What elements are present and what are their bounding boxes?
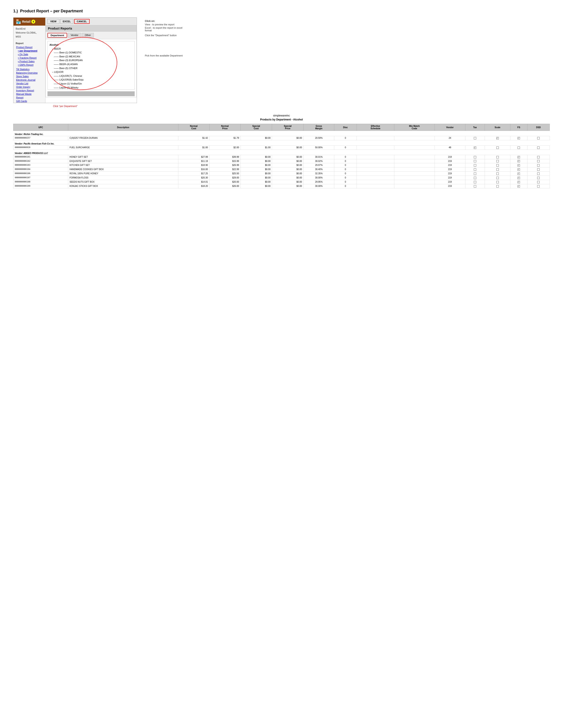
disc-cell: 0 [334, 172, 357, 176]
sidebar-link-manual-waste[interactable]: Manual Waste [13, 92, 45, 96]
dsd-cb[interactable] [537, 168, 540, 171]
sidebar-link-till-statistics[interactable]: Till Statistics [13, 68, 45, 71]
gross-margin-cell: 30.00% [304, 184, 334, 188]
special-price-cell: $0.00 [272, 163, 304, 167]
scale-cb[interactable] [496, 185, 499, 188]
dsd-cb-cell [527, 176, 550, 180]
fs-cb-cell [510, 167, 527, 172]
fs-cb[interactable] [518, 160, 520, 162]
tax-cb[interactable] [474, 168, 476, 171]
fs-cb[interactable] [518, 164, 520, 167]
mix-match-code-cell [394, 184, 435, 188]
dsd-cb[interactable] [537, 160, 540, 162]
scale-cb[interactable] [496, 173, 499, 175]
sidebar-link-gm-report[interactable]: • GM% Report [13, 63, 45, 67]
fs-cb[interactable] [518, 185, 520, 188]
sidebar-link-on-sale[interactable]: • On Sale [13, 53, 45, 56]
dsd-cb[interactable] [537, 177, 540, 179]
sidebar-link-report[interactable]: Report [13, 96, 45, 99]
reports-panel-title: Product Reports [46, 26, 136, 32]
sidebar-link-store-sales[interactable]: Store Sales [13, 75, 45, 78]
sidebar-link-product-sales[interactable]: • Product Sales [13, 60, 45, 63]
sidebar-link-electronic-journal[interactable]: Electronic Journal [13, 78, 45, 82]
sidebar-link-vendor-list[interactable]: Vendor List [13, 82, 45, 85]
scale-cb[interactable] [496, 137, 499, 139]
tax-cb-cell [465, 167, 485, 172]
col-tax: Tax [465, 124, 485, 131]
normal-cost-cell: $17.25 [178, 172, 209, 176]
special-cost-cell: $0.00 [240, 136, 272, 140]
department-list[interactable]: Alcohol – BEER —— Beer-(1) DOMESTIC —— B… [47, 41, 135, 90]
dsd-cb[interactable] [537, 156, 540, 158]
normal-cost-cell: $1.42 [178, 136, 209, 140]
dsd-cb[interactable] [537, 146, 540, 149]
normal-price-cell: $20.00 [209, 180, 240, 184]
tax-cb[interactable] [474, 156, 476, 158]
scale-cb-cell [485, 176, 510, 180]
effective-schedule-cell [357, 136, 394, 140]
sidebar-link-order-inquiry[interactable]: Order Inquiry [13, 85, 45, 89]
sidebar-link-balancing-overview[interactable]: Balancing Overview [13, 71, 45, 75]
click-per-department-annotation: Click "per Department" [53, 105, 550, 107]
tax-cb[interactable] [474, 185, 476, 188]
scale-cb[interactable] [496, 164, 499, 167]
dsd-cb[interactable] [537, 173, 540, 175]
vendor-cell: 219 [435, 172, 465, 176]
special-price-cell: $0.00 [272, 167, 304, 172]
dept-beer-1: —— Beer-(1) DOMESTIC [49, 51, 133, 55]
tax-cb[interactable] [474, 137, 476, 139]
table-row: 0000000006108SEEDS NUTS GIFT BOX$14.01$2… [13, 180, 550, 184]
dept-group-alcohol: Alcohol [49, 43, 133, 47]
fs-cb-cell [510, 136, 527, 140]
fs-cb-cell [510, 180, 527, 184]
dsd-cb[interactable] [537, 181, 540, 183]
fs-cb[interactable] [518, 181, 520, 183]
view-button[interactable]: VIEW [47, 19, 59, 24]
dsd-cb[interactable] [537, 185, 540, 188]
table-row: 0000000006103KITCHEN GIFT SET$18.90$26.9… [13, 163, 550, 167]
tax-cb[interactable] [474, 160, 476, 162]
fs-cb[interactable] [518, 168, 520, 171]
excel-button[interactable]: EXCEL [60, 19, 73, 24]
tax-cb[interactable] [474, 181, 476, 183]
report-subtitle: Products by Department - Alcohol [13, 118, 550, 121]
upc-cell: 0000000006103 [13, 163, 68, 167]
tax-cb[interactable] [474, 177, 476, 179]
tab-vendor[interactable]: Vendor [68, 33, 81, 38]
tax-cb-cell [465, 163, 485, 167]
upc-cell: 0000000006108 [13, 180, 68, 184]
scale-cb[interactable] [496, 177, 499, 179]
sidebar-link-product-report[interactable]: Product Report [13, 45, 45, 49]
tab-other[interactable]: Other [82, 33, 94, 38]
description-cell: SEEDS NUTS GIFT BOX [68, 180, 178, 184]
dsd-cb-cell [527, 172, 550, 176]
effective-schedule-cell [357, 155, 394, 159]
scale-cb[interactable] [496, 160, 499, 162]
fs-cb[interactable] [518, 137, 520, 139]
dept-beer: – BEER [49, 47, 133, 51]
scale-cb[interactable] [496, 181, 499, 183]
fs-cb[interactable] [518, 146, 520, 149]
click-dept-label: Click the "Department" button [145, 34, 184, 37]
pick-dept-label: Pick from the available Department [145, 54, 184, 57]
fs-cb[interactable] [518, 173, 520, 175]
special-price-cell: $0.00 [272, 159, 304, 163]
tax-cb[interactable] [474, 164, 476, 167]
cancel-button[interactable]: CANCEL [74, 19, 90, 24]
sidebar-link-inventory-report[interactable]: Inventory Report [13, 89, 45, 92]
scale-cb[interactable] [496, 168, 499, 171]
tax-cb[interactable] [474, 146, 476, 149]
sidebar-link-tracking-report[interactable]: • Tracking Report [13, 56, 45, 60]
description-cell: KITCHEN GIFT SET [68, 163, 178, 167]
sidebar-link-per-department[interactable]: • per Department [13, 49, 45, 53]
sidebar-link-gift-cards[interactable]: Gift Cards [13, 99, 45, 103]
scale-cb[interactable] [496, 156, 499, 158]
scale-cb[interactable] [496, 146, 499, 149]
tab-department[interactable]: Department [47, 33, 67, 38]
fs-cb[interactable] [518, 177, 520, 179]
dsd-cb[interactable] [537, 137, 540, 139]
fs-cb[interactable] [518, 156, 520, 158]
tax-cb[interactable] [474, 173, 476, 175]
dsd-cb[interactable] [537, 164, 540, 167]
normal-cost-cell: $20.30 [178, 176, 209, 180]
